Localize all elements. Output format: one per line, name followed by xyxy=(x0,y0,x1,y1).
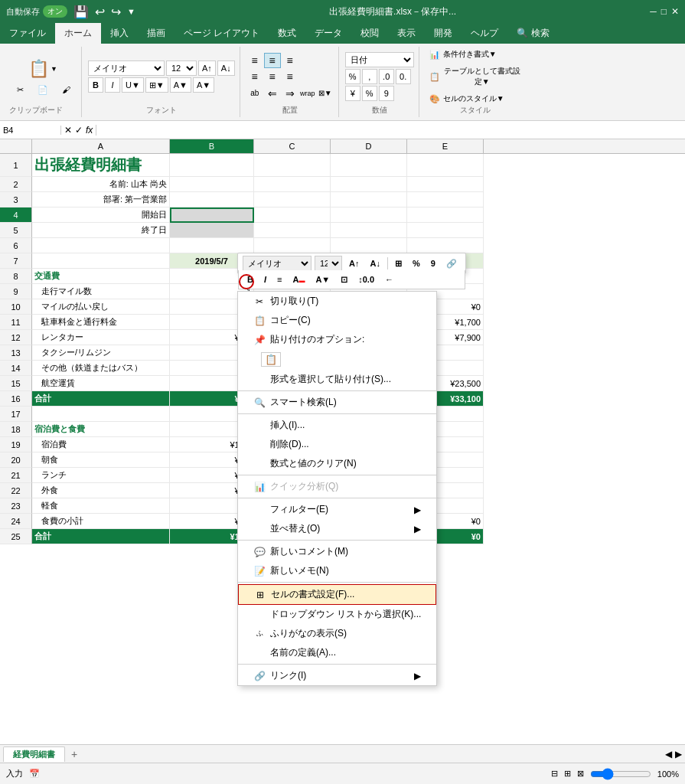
context-phonetic[interactable]: ふ ふりがなの表示(S) xyxy=(238,624,436,643)
cell-a10[interactable]: マイルの払い戻し xyxy=(32,299,170,315)
cell-e3[interactable] xyxy=(407,192,484,207)
confirm-formula-icon[interactable]: ✓ xyxy=(75,125,83,136)
mini-toolbar-font-select[interactable]: メイリオ xyxy=(243,256,312,271)
context-link[interactable]: 🔗 リンク(I) ▶ xyxy=(238,666,436,685)
italic-button[interactable]: I xyxy=(105,77,120,93)
cell-a3[interactable]: 部署: 第一営業部 xyxy=(32,192,170,207)
context-new-note[interactable]: 📝 新しいメモ(N) xyxy=(238,561,436,580)
close-button[interactable]: ✕ xyxy=(671,6,679,17)
cell-a25[interactable]: 合計 xyxy=(32,529,170,544)
tab-file[interactable]: ファイル xyxy=(0,23,55,44)
autosave-toggle[interactable]: オン xyxy=(43,5,67,18)
cell-d5[interactable] xyxy=(331,223,407,238)
tab-home[interactable]: ホーム xyxy=(55,23,101,44)
font-size-select[interactable]: 12 xyxy=(166,60,197,76)
cell-c1[interactable] xyxy=(254,154,331,177)
align-top-left-button[interactable]: ≡ xyxy=(246,53,263,68)
conditional-format-button[interactable]: 📊条件付き書式▼ xyxy=(426,47,525,62)
cell-a16[interactable]: 合計 xyxy=(32,391,170,407)
zoom-slider[interactable] xyxy=(590,768,651,780)
mini-border-button[interactable]: ⊡ xyxy=(337,272,351,287)
add-sheet-button[interactable]: + xyxy=(67,748,82,760)
mini-number-button[interactable]: 9 xyxy=(427,256,439,271)
mini-italic-button[interactable]: I xyxy=(260,272,270,287)
cell-a2[interactable]: 名前: 山本 尚央 xyxy=(32,177,170,192)
merge-center-button[interactable]: ⊠▼ xyxy=(317,86,334,101)
context-delete[interactable]: 削除(D)... xyxy=(238,435,436,454)
table-format-button[interactable]: 📋テーブルとして書式設定▼ xyxy=(426,64,525,90)
mini-percent-button[interactable]: % xyxy=(409,256,424,271)
cell-a24[interactable]: 食費の小計 xyxy=(32,514,170,529)
cell-d3[interactable] xyxy=(331,192,407,207)
mini-link-button[interactable]: 🔗 xyxy=(442,256,461,271)
context-filter[interactable]: フィルター(E) ▶ xyxy=(238,500,436,519)
tab-help[interactable]: ヘルプ xyxy=(462,23,507,44)
cell-c3[interactable] xyxy=(254,192,331,207)
fill-color-button[interactable]: A▼ xyxy=(170,77,191,93)
context-smart-search[interactable]: 🔍 スマート検索(L) xyxy=(238,393,436,412)
cell-d2[interactable] xyxy=(331,177,407,192)
cancel-formula-icon[interactable]: ✕ xyxy=(64,125,72,136)
context-paste-options[interactable]: 📋 xyxy=(238,349,436,370)
scroll-right-icon[interactable]: ▶ xyxy=(675,749,682,760)
cell-a4[interactable]: 開始日 xyxy=(32,207,170,223)
mini-font-increase[interactable]: A↑ xyxy=(345,256,363,271)
cell-a22[interactable]: 外食 xyxy=(32,483,170,498)
mini-grid-button[interactable]: ⊞ xyxy=(391,256,406,271)
mini-decimal-button[interactable]: ↕0.0 xyxy=(354,272,378,287)
format-painter-button[interactable]: 🖌 xyxy=(55,83,77,97)
increase-decimal-button[interactable]: .0 xyxy=(379,69,394,84)
number-format-select[interactable]: 日付 xyxy=(345,52,414,67)
percent-style-button[interactable]: % xyxy=(362,86,377,101)
tab-insert[interactable]: 挿入 xyxy=(101,23,138,44)
cell-b4[interactable] xyxy=(170,207,254,223)
align-top-center-button[interactable]: ≡ xyxy=(264,53,281,68)
cell-b2[interactable] xyxy=(170,177,254,192)
percent-button[interactable]: % xyxy=(345,69,360,84)
tab-dev[interactable]: 開発 xyxy=(425,23,462,44)
context-paste-special[interactable]: 形式を選択して貼り付け(S)... xyxy=(238,370,436,389)
cell-a20[interactable]: 朝食 xyxy=(32,452,170,468)
context-cut[interactable]: ✂ 切り取り(T) xyxy=(238,292,436,311)
cell-e5[interactable] xyxy=(407,223,484,238)
cell-e2[interactable] xyxy=(407,177,484,192)
cell-c5[interactable] xyxy=(254,223,331,238)
cell-b6[interactable] xyxy=(170,238,254,253)
align-bottom-left-button[interactable]: ≡ xyxy=(246,69,263,84)
tab-formula[interactable]: 数式 xyxy=(269,23,305,44)
cell-d4[interactable] xyxy=(331,207,407,223)
align-bottom-center-button[interactable]: ≡ xyxy=(264,69,281,84)
underline-button[interactable]: U▼ xyxy=(122,77,144,93)
minimize-button[interactable]: ─ xyxy=(650,6,657,17)
orientation-button[interactable]: ab xyxy=(246,86,263,101)
cell-a5[interactable]: 終了日 xyxy=(32,223,170,238)
indent-increase-button[interactable]: ⇒ xyxy=(282,86,298,101)
cell-b1[interactable] xyxy=(170,154,254,177)
border-button[interactable]: ⊞▼ xyxy=(145,77,168,93)
copy-button[interactable]: 📄 xyxy=(32,83,54,97)
page-layout-view-button[interactable]: ⊞ xyxy=(564,769,571,779)
cell-a9[interactable]: 走行マイル数 xyxy=(32,284,170,299)
currency-button[interactable]: ¥ xyxy=(345,86,360,101)
redo-button[interactable]: ↪ xyxy=(111,5,121,19)
cell-b3[interactable] xyxy=(170,192,254,207)
context-format-cells[interactable]: ⊞ セルの書式設定(F)... xyxy=(238,584,436,605)
cell-c2[interactable] xyxy=(254,177,331,192)
restore-button[interactable]: □ xyxy=(661,6,667,17)
cell-a7[interactable] xyxy=(32,253,170,269)
cell-e4[interactable] xyxy=(407,207,484,223)
paste-button[interactable]: 📋 ▼ xyxy=(24,57,61,81)
bold-button[interactable]: B xyxy=(88,77,103,93)
formula-input[interactable] xyxy=(96,126,685,135)
cell-e6[interactable] xyxy=(407,238,484,253)
comma-button[interactable]: , xyxy=(362,69,377,84)
cell-reference-box[interactable]: B4 xyxy=(0,126,61,135)
mini-align-button[interactable]: ≡ xyxy=(273,272,285,287)
cell-a8[interactable]: 交通費 xyxy=(32,269,170,284)
insert-function-icon[interactable]: fx xyxy=(86,125,93,136)
font-increase-button[interactable]: A↑ xyxy=(198,60,216,76)
align-bottom-right-button[interactable]: ≡ xyxy=(282,69,298,84)
context-copy[interactable]: 📋 コピー(C) xyxy=(238,311,436,330)
cell-a13[interactable]: タクシー/リムジン xyxy=(32,345,170,361)
cell-a12[interactable]: レンタカー xyxy=(32,330,170,345)
